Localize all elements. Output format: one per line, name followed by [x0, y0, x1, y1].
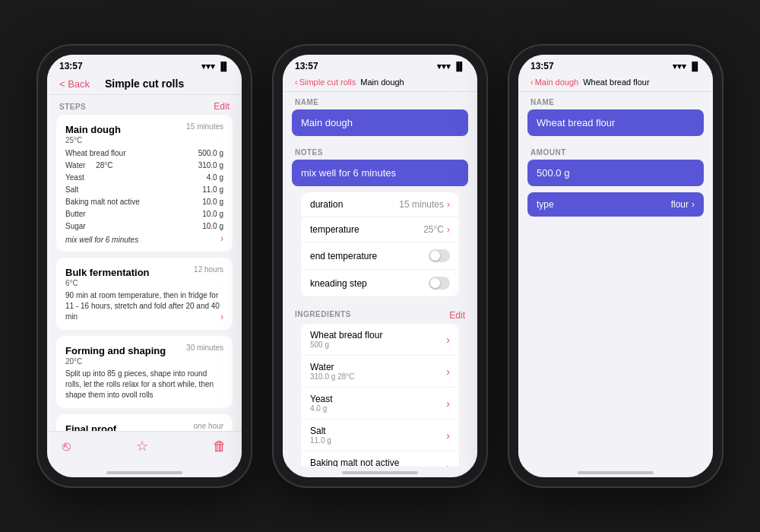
edit-ingredients-button[interactable]: Edit — [449, 310, 465, 321]
battery-icon-3: ▐▌ — [689, 62, 701, 71]
ing-chevron-yeast: › — [446, 397, 450, 410]
home-indicator-3 — [578, 471, 654, 474]
bottom-toolbar-1: ⎋ ☆ 🗑 — [47, 431, 242, 467]
share-icon[interactable]: ⎋ — [62, 439, 71, 454]
temp-chevron: › — [447, 224, 450, 235]
amount-section-label-3: AMOUNT — [518, 142, 713, 160]
status-bar-3: 13:57 ▾▾▾ ▐▌ — [518, 55, 713, 74]
status-icons-2: ▾▾▾ ▐▌ — [437, 62, 465, 71]
breadcrumb-2: ‹ Simple cut rolls Main dough — [295, 78, 404, 87]
time-2: 13:57 — [295, 61, 318, 71]
chevron-back-icon-3: ‹ — [530, 78, 534, 87]
ing-butter: Butter10.0 g — [65, 208, 223, 220]
name-section-label: NAME — [283, 92, 477, 109]
end-temp-label: end temperature — [310, 251, 377, 261]
steps-label: STEPS — [59, 103, 86, 111]
duration-row[interactable]: duration 15 minutes › — [301, 192, 459, 217]
step-forming[interactable]: Forming and shaping 30 minutes 20°C Spli… — [56, 336, 233, 408]
type-row-3[interactable]: type flour › — [527, 192, 704, 217]
ing-item-wheat[interactable]: Wheat bread flour 500 g › — [301, 324, 459, 356]
ing-amount-salt: 11.0 g — [310, 436, 331, 445]
step-props-group: duration 15 minutes › temperature 25°C ›… — [292, 192, 468, 296]
home-indicator-2 — [342, 471, 418, 474]
breadcrumb-current-2: Main dough — [360, 78, 404, 87]
type-value-3: flour › — [671, 199, 695, 210]
name-input-field[interactable]: Main dough — [292, 109, 468, 136]
ing-sugar: Sugar10.0 g — [65, 220, 223, 233]
time-3: 13:57 — [530, 61, 554, 71]
ing-name-yeast: Yeast — [310, 394, 333, 404]
trash-icon[interactable]: 🗑 — [213, 439, 226, 454]
ing-name-water: Water — [310, 362, 355, 372]
nav-bar-1: < Back Simple cut rolls — [47, 74, 242, 95]
ing-name-salt: Salt — [310, 426, 331, 436]
end-temp-row[interactable]: end temperature — [301, 242, 459, 270]
wifi-icon-2: ▾▾▾ — [437, 62, 451, 71]
status-bar-2: 13:57 ▾▾▾ ▐▌ — [283, 55, 477, 74]
ing-item-yeast[interactable]: Yeast 4.0 g › — [301, 388, 459, 420]
ing-wheat: Wheat bread flour500.0 g — [65, 147, 223, 160]
duration-value: 15 minutes › — [399, 199, 450, 210]
notes-input-field[interactable]: mix well for 6 minutes — [292, 160, 468, 186]
ing-info-water: Water 310.0 g 28°C — [310, 362, 355, 381]
ingredients-label-2: INGREDIENTS — [295, 310, 351, 321]
ing-amount-water: 310.0 g 28°C — [310, 372, 355, 381]
ingredients-list-2: Wheat bread flour 500 g › Water 310.0 g … — [292, 324, 468, 467]
breadcrumb-parent-2[interactable]: Simple cut rolls — [299, 78, 356, 87]
ing-info-salt: Salt 11.0 g — [310, 426, 331, 445]
end-temp-toggle[interactable] — [429, 249, 450, 262]
step-name-final: Final proof — [65, 423, 116, 431]
ing-baking-malt: Baking malt not active10.0 g — [65, 196, 223, 208]
step-name-main-dough: Main dough — [65, 124, 121, 135]
battery-icon: ▐▌ — [217, 62, 230, 71]
notes-section-label: NOTES — [283, 142, 477, 160]
phone-1: 13:57 ▾▾▾ ▐▌ < Back Simple cut rolls STE… — [38, 46, 251, 486]
ing-info-wheat: Wheat bread flour 500 g — [310, 330, 382, 349]
wifi-icon: ▾▾▾ — [201, 62, 215, 71]
status-icons-3: ▾▾▾ ▐▌ — [673, 62, 701, 71]
nav-bar-3: ‹ Main dough Wheat bread flour — [518, 74, 713, 92]
nav-title-1: Simple cut rolls — [59, 78, 230, 90]
phone-3: 13:57 ▾▾▾ ▐▌ ‹ Main dough Wheat bread fl… — [509, 46, 722, 486]
edit-steps-button[interactable]: Edit — [214, 101, 230, 112]
time-1: 13:57 — [59, 61, 83, 71]
star-icon[interactable]: ☆ — [136, 438, 148, 454]
duration-chevron: › — [447, 199, 450, 210]
breadcrumb-parent-3[interactable]: Main dough — [535, 78, 579, 87]
ing-water: Water 28°C310.0 g — [65, 160, 223, 172]
ing-salt: Salt11.0 g — [65, 184, 223, 196]
home-indicator-1 — [106, 471, 182, 474]
ingredients-header-2: INGREDIENTS Edit — [283, 302, 477, 324]
ing-item-salt[interactable]: Salt 11.0 g › — [301, 420, 459, 451]
nav-bar-2: ‹ Simple cut rolls Main dough — [283, 74, 477, 92]
ing-amount-wheat: 500 g — [310, 340, 382, 349]
ingredient-detail-content: NAME Wheat bread flour AMOUNT 500.0 g ty… — [518, 92, 713, 467]
name-input-field-3[interactable]: Wheat bread flour — [527, 109, 704, 136]
step-main-dough[interactable]: Main dough 15 minutes 25°C Wheat bread f… — [56, 115, 233, 252]
step-final-proof[interactable]: Final proof one hour 20°C Leave the roll… — [56, 414, 233, 431]
breadcrumb-3: ‹ Main dough Wheat bread flour — [530, 78, 650, 87]
name-section-label-3: NAME — [518, 92, 713, 109]
type-label-3: type — [537, 199, 554, 210]
kneading-toggle[interactable] — [429, 277, 450, 290]
steps-header: STEPS Edit — [47, 95, 242, 115]
step-bulk-fermentation[interactable]: Bulk fermentation 12 hours 6°C 90 min at… — [56, 258, 233, 330]
amount-input-field-3[interactable]: 500.0 g — [527, 160, 704, 186]
step-time-bulk: 12 hours — [194, 265, 223, 274]
ing-chevron-baking-malt: › — [446, 461, 450, 467]
ing-item-baking-malt[interactable]: Baking malt not active 10.5 g › — [301, 451, 459, 467]
step-time-main-dough: 15 minutes — [186, 122, 223, 131]
ing-chevron-salt: › — [446, 429, 450, 442]
phone-2: 13:57 ▾▾▾ ▐▌ ‹ Simple cut rolls Main dou… — [274, 46, 486, 486]
chevron-back-icon-2: ‹ — [295, 78, 298, 87]
ing-amount-yeast: 4.0 g — [310, 404, 333, 413]
ing-item-water[interactable]: Water 310.0 g 28°C › — [301, 356, 459, 388]
wifi-icon-3: ▾▾▾ — [673, 62, 686, 71]
ing-info-baking-malt: Baking malt not active 10.5 g — [310, 458, 399, 467]
step-temp-main-dough: 25°C — [65, 136, 223, 144]
ing-info-yeast: Yeast 4.0 g — [310, 394, 333, 413]
steps-content: Main dough 15 minutes 25°C Wheat bread f… — [47, 115, 242, 431]
step-detail-forming: Split up into 85 g pieces, shape into ro… — [65, 369, 223, 401]
kneading-row[interactable]: kneading step — [301, 270, 459, 296]
temperature-row[interactable]: temperature 25°C › — [301, 217, 459, 242]
